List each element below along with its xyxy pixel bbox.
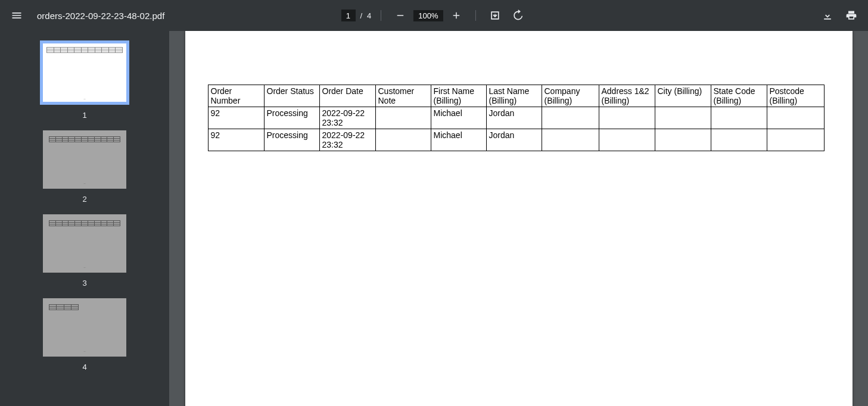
table-header: Order Date [319,85,375,107]
zoom-out-button[interactable] [391,6,410,25]
pdf-page-1: Order Number Order Status Order Date Cus… [185,31,853,406]
table-header: Customer Note [375,85,431,107]
table-header: Postcode (Billing) [767,85,824,107]
download-button[interactable] [818,6,837,25]
orders-table: Order Number Order Status Order Date Cus… [208,85,825,151]
table-row: 92 Processing 2022-09-22 23:32 Michael J… [208,107,824,129]
print-button[interactable] [842,6,861,25]
thumbnails-sidebar[interactable]: — 1 — 2 — 3 [0,31,169,406]
thumbnail-3[interactable]: — 3 [0,214,169,288]
thumbnail-4[interactable]: — 4 [0,298,169,371]
filename: orders-2022-09-22-23-48-02.pdf [37,11,164,21]
page-separator: / [360,11,362,20]
table-header: Order Status [264,85,319,107]
table-header: Address 1&2 (Billing) [599,85,655,107]
page-number-input[interactable] [341,10,355,21]
page-viewport[interactable]: Order Number Order Status Order Date Cus… [169,31,868,406]
thumbnail-label: 1 [82,111,86,120]
table-header: State Code (Billing) [711,85,767,107]
thumbnail-1[interactable]: — 1 [0,40,169,120]
zoom-level-display[interactable]: 100% [413,10,443,21]
fit-page-button[interactable] [486,6,505,25]
divider [381,10,381,21]
page-total: 4 [367,11,371,20]
table-header: City (Billing) [655,85,711,107]
table-header: Last Name (Billing) [486,85,542,107]
table-header: Order Number [208,85,264,107]
table-header: Company (Billing) [542,85,599,107]
thumbnail-label: 3 [82,279,86,288]
thumbnail-label: 4 [82,363,86,371]
zoom-in-button[interactable] [447,6,466,25]
thumbnail-2[interactable]: — 2 [0,130,169,204]
table-row: 92 Processing 2022-09-22 23:32 Michael J… [208,129,824,151]
table-header: First Name (Billing) [431,85,486,107]
divider [475,10,476,21]
rotate-button[interactable] [508,6,527,25]
thumbnail-label: 2 [82,195,86,204]
menu-button[interactable] [7,6,26,25]
